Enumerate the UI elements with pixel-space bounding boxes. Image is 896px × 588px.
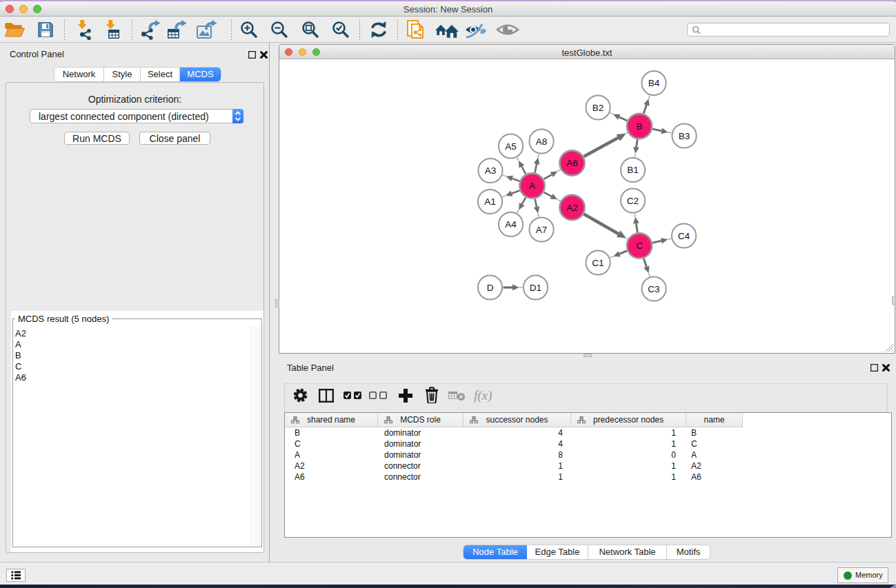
svg-text:B2: B2 (593, 103, 604, 113)
svg-text:A7: A7 (536, 225, 548, 235)
svg-text:B: B (636, 121, 642, 132)
svg-text:A4: A4 (505, 219, 517, 230)
svg-text:A2: A2 (566, 203, 578, 213)
svg-text:A6: A6 (566, 158, 578, 168)
svg-text:A1: A1 (484, 196, 496, 207)
svg-text:B4: B4 (648, 78, 660, 88)
svg-text:D: D (487, 283, 494, 293)
svg-text:D1: D1 (530, 283, 541, 293)
svg-text:A3: A3 (485, 165, 497, 176)
svg-text:A: A (529, 181, 535, 191)
svg-text:C4: C4 (678, 231, 690, 241)
svg-text:A5: A5 (505, 141, 517, 152)
svg-text:C: C (636, 241, 643, 251)
svg-text:C2: C2 (627, 196, 639, 206)
svg-text:B1: B1 (627, 165, 639, 175)
svg-text:A8: A8 (536, 136, 548, 147)
svg-text:B3: B3 (679, 131, 690, 141)
svg-text:C3: C3 (648, 284, 659, 294)
svg-text:C1: C1 (592, 258, 604, 268)
